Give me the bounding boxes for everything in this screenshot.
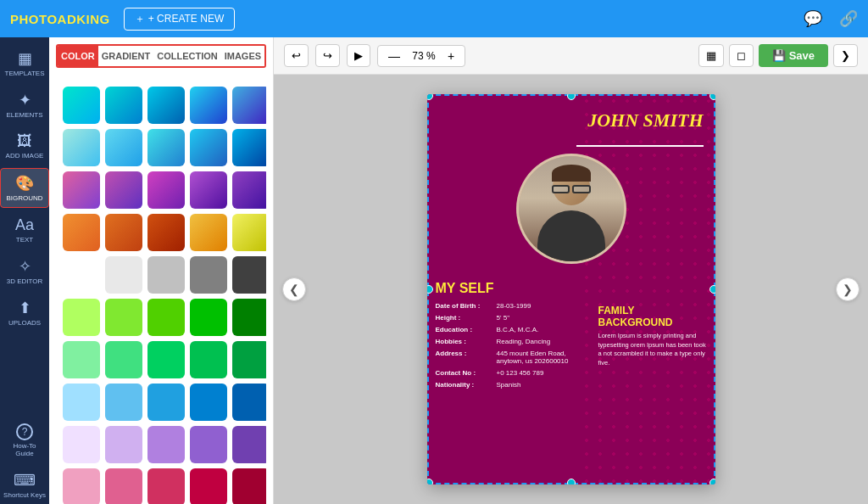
color-swatch[interactable]	[63, 384, 100, 421]
presentation-button[interactable]: ▶	[347, 44, 370, 67]
tab-color[interactable]: COLOR	[58, 46, 98, 66]
canvas-viewport: ❮ JOHN SMITH	[274, 75, 868, 504]
nav-left-arrow[interactable]: ❮	[282, 277, 306, 301]
tab-images[interactable]: IMAGES	[221, 46, 264, 66]
color-swatch[interactable]	[63, 129, 100, 166]
color-swatch[interactable]	[105, 341, 142, 378]
nav-right-arrow[interactable]: ❯	[836, 277, 860, 301]
color-swatch[interactable]	[147, 299, 185, 336]
zoom-out-button[interactable]: —	[385, 49, 403, 63]
sidebar-item-elements[interactable]: ✦ ELEMENTS	[0, 86, 49, 124]
color-swatch[interactable]	[63, 426, 100, 463]
color-swatch[interactable]	[232, 299, 266, 336]
more-options-button[interactable]: ❯	[833, 44, 858, 67]
color-swatch[interactable]	[232, 384, 266, 421]
plus-icon: ＋	[135, 12, 145, 26]
color-swatch[interactable]	[147, 426, 185, 463]
color-swatch[interactable]	[147, 384, 185, 421]
share-icon[interactable]: 🔗	[839, 9, 858, 28]
color-swatch[interactable]	[190, 214, 227, 251]
color-swatch[interactable]	[232, 129, 266, 166]
color-swatch[interactable]	[63, 341, 100, 378]
tab-gradient[interactable]: GRADIENT	[98, 46, 153, 66]
color-swatch[interactable]	[190, 341, 227, 378]
color-swatch[interactable]	[232, 341, 266, 378]
chat-icon[interactable]: 💬	[804, 9, 822, 28]
color-swatch[interactable]	[147, 87, 185, 124]
sidebar-item-background[interactable]: 🎨 BIGROUND	[0, 168, 49, 208]
zoom-in-button[interactable]: +	[444, 49, 458, 63]
grid-icon: ▦	[706, 49, 716, 62]
logo-suffix: KING	[76, 12, 110, 26]
sidebar-item-3d-editor[interactable]: ✧ 3D EDITOR	[0, 252, 49, 290]
color-swatch[interactable]	[105, 171, 142, 209]
color-swatch[interactable]	[147, 468, 185, 504]
handle-top-left[interactable]	[427, 94, 433, 100]
handle-top-middle[interactable]	[567, 94, 576, 100]
handle-bottom-middle[interactable]	[567, 479, 576, 484]
color-swatch[interactable]	[147, 256, 185, 294]
eraser-button[interactable]: ◻	[729, 44, 754, 67]
text-icon: Aa	[15, 216, 34, 234]
color-swatch[interactable]	[147, 129, 185, 166]
detail-nationality: Nationality : Spanish	[436, 381, 571, 389]
redo-button[interactable]: ↪	[315, 44, 340, 67]
sidebar-item-templates[interactable]: ▦ TEMPLATES	[0, 44, 49, 82]
education-label: Education :	[436, 326, 497, 333]
handle-middle-left[interactable]	[427, 285, 433, 294]
color-swatch[interactable]	[63, 299, 100, 336]
color-swatch[interactable]	[232, 214, 266, 251]
contact-label: Contact No :	[436, 369, 497, 377]
sidebar-item-text[interactable]: Aa TEXT	[0, 211, 49, 249]
background-icon: 🎨	[15, 174, 34, 193]
color-swatch[interactable]	[232, 256, 266, 294]
color-swatch[interactable]	[105, 468, 142, 504]
color-swatch[interactable]	[105, 129, 142, 166]
color-swatch[interactable]	[232, 426, 266, 463]
save-button[interactable]: 💾 Save	[759, 44, 828, 67]
color-swatch[interactable]	[105, 87, 142, 124]
create-new-label: + CREATE NEW	[148, 13, 224, 25]
create-new-button[interactable]: ＋ + CREATE NEW	[124, 8, 235, 31]
color-swatch[interactable]	[147, 341, 185, 378]
color-swatch[interactable]	[147, 171, 185, 209]
color-swatch[interactable]	[63, 256, 100, 294]
help-icon: ?	[16, 423, 33, 440]
handle-bottom-left[interactable]	[427, 479, 433, 484]
color-swatch[interactable]	[105, 384, 142, 421]
person-photo	[519, 156, 624, 261]
undo-button[interactable]: ↩	[284, 44, 309, 67]
color-swatch[interactable]	[232, 468, 266, 504]
color-swatch[interactable]	[105, 426, 142, 463]
sidebar-item-add-image[interactable]: 🖼 ADD IMAGE	[0, 127, 49, 165]
color-swatch[interactable]	[190, 468, 227, 504]
color-swatch[interactable]	[63, 171, 100, 209]
color-swatch[interactable]	[190, 426, 227, 463]
color-swatch[interactable]	[190, 129, 227, 166]
tab-collection[interactable]: COLLECTION	[153, 46, 221, 66]
color-swatch[interactable]	[190, 87, 227, 124]
sidebar-item-shortcuts[interactable]: ⌨ Shortcut Keys	[0, 466, 49, 504]
detail-education: Education : B.C.A, M.C.A.	[436, 326, 571, 333]
profile-card[interactable]: JOHN SMITH	[427, 94, 715, 484]
color-swatch[interactable]	[190, 256, 227, 294]
color-swatch[interactable]	[232, 171, 266, 209]
hobbies-label: Hobbies :	[436, 338, 497, 345]
grid-view-button[interactable]: ▦	[698, 44, 724, 67]
color-swatch[interactable]	[105, 299, 142, 336]
color-swatch[interactable]	[232, 87, 266, 124]
detail-height: Height : 5' 5"	[436, 314, 571, 322]
sidebar-item-how-to[interactable]: ? How-To Guide	[0, 418, 49, 462]
3d-editor-icon: ✧	[19, 257, 31, 276]
color-swatch[interactable]	[190, 384, 227, 421]
color-swatch[interactable]	[147, 214, 185, 251]
color-swatch[interactable]	[190, 299, 227, 336]
color-swatch[interactable]	[63, 87, 100, 124]
color-swatch[interactable]	[105, 256, 142, 294]
panel-scroll-area	[49, 75, 273, 504]
sidebar-item-uploads[interactable]: ⬆ UPLOADS	[0, 294, 49, 332]
color-swatch[interactable]	[105, 214, 142, 251]
color-swatch[interactable]	[63, 214, 100, 251]
color-swatch[interactable]	[63, 468, 100, 504]
color-swatch[interactable]	[190, 171, 227, 209]
